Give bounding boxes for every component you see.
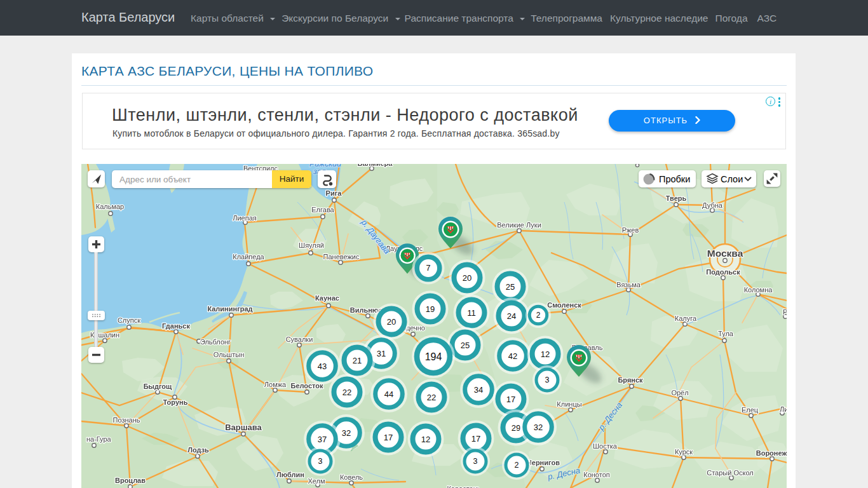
- svg-text:Липе: Липе: [780, 405, 787, 413]
- svg-text:37: 37: [318, 435, 327, 444]
- svg-text:Варшава: Варшава: [225, 423, 262, 432]
- svg-text:Брянск: Брянск: [618, 376, 643, 384]
- svg-text:22: 22: [427, 393, 436, 402]
- svg-text:Паневежис: Паневежис: [323, 253, 360, 261]
- svg-text:3: 3: [473, 457, 478, 466]
- svg-text:17: 17: [384, 433, 393, 442]
- svg-text:Люблин: Люблин: [276, 471, 304, 478]
- svg-text:7: 7: [426, 264, 431, 273]
- svg-text:Ковель: Ковель: [340, 473, 363, 481]
- svg-text:Курск: Курск: [675, 448, 693, 456]
- svg-text:Елгава: Елгава: [311, 206, 334, 214]
- svg-text:Ольштын: Ольштын: [214, 351, 244, 358]
- svg-text:12: 12: [541, 349, 550, 359]
- svg-text:2: 2: [515, 461, 519, 470]
- svg-text:Калининград: Калининград: [207, 305, 252, 313]
- svg-text:32: 32: [342, 428, 351, 438]
- svg-text:Смоленск: Смоленск: [547, 301, 581, 309]
- svg-text:Чернигов: Чернигов: [527, 459, 560, 466]
- svg-text:Сувалки: Сувалки: [286, 336, 313, 343]
- svg-text:Шостка: Шостка: [593, 442, 618, 450]
- svg-text:20: 20: [463, 273, 471, 283]
- svg-text:Ряз: Ряз: [783, 308, 787, 316]
- svg-text:17: 17: [471, 434, 480, 444]
- svg-text:Быдгощ: Быдгощ: [144, 383, 172, 390]
- svg-text:Гданьск: Гданьск: [162, 322, 190, 330]
- svg-text:Орёл: Орёл: [671, 389, 688, 396]
- svg-text:43: 43: [318, 362, 327, 371]
- svg-text:Лиепая: Лиепая: [233, 214, 257, 222]
- svg-text:Дубна: Дубна: [702, 201, 723, 209]
- svg-text:на-Гура: на-Гура: [86, 435, 112, 443]
- svg-text:Вязьма: Вязьма: [616, 281, 641, 288]
- svg-text:31: 31: [377, 349, 386, 358]
- svg-text:Валмиера: Валмиера: [358, 164, 393, 167]
- svg-text:Коростень: Коростень: [447, 485, 480, 488]
- svg-text:20: 20: [387, 317, 396, 327]
- svg-text:Тверь: Тверь: [666, 194, 687, 202]
- svg-text:44: 44: [384, 390, 393, 399]
- svg-text:24: 24: [507, 311, 516, 321]
- svg-text:42: 42: [508, 351, 517, 361]
- svg-text:Калуга: Калуга: [675, 315, 697, 322]
- svg-text:3: 3: [318, 457, 323, 466]
- svg-text:Вроцлав: Вроцлав: [115, 477, 146, 484]
- svg-text:Ржев: Ржев: [622, 226, 639, 234]
- svg-text:34: 34: [474, 385, 483, 395]
- svg-text:Торунь: Торунь: [163, 398, 188, 406]
- svg-text:Старый Оскол: Старый Оскол: [707, 469, 754, 477]
- svg-text:Воронеж: Воронеж: [756, 449, 787, 457]
- svg-text:Эльблонг: Эльблонг: [200, 338, 231, 346]
- svg-text:19: 19: [426, 304, 435, 314]
- svg-text:Лодзь: Лодзь: [187, 446, 209, 454]
- svg-text:Кальмар: Кальмар: [96, 203, 124, 210]
- svg-text:Коломна: Коломна: [744, 286, 773, 294]
- svg-text:25: 25: [506, 282, 515, 292]
- svg-text:Подольск: Подольск: [706, 268, 740, 276]
- svg-text:Слупск: Слупск: [118, 316, 140, 324]
- svg-text:25: 25: [461, 341, 470, 350]
- svg-text:12: 12: [421, 435, 430, 444]
- svg-text:2: 2: [536, 311, 541, 320]
- svg-text:21: 21: [353, 356, 362, 365]
- svg-text:32: 32: [534, 423, 543, 432]
- svg-text:11: 11: [467, 308, 476, 318]
- svg-text:Тула: Тула: [718, 330, 734, 337]
- svg-text:Великие Луки: Великие Луки: [497, 221, 541, 229]
- svg-text:Клайпеда: Клайпеда: [233, 253, 264, 261]
- svg-text:Елец: Елец: [742, 406, 759, 414]
- svg-text:Познань: Познань: [113, 416, 140, 424]
- svg-text:Клинцы: Клинцы: [557, 400, 581, 408]
- svg-text:Конотоп: Конотоп: [583, 471, 610, 478]
- svg-text:17: 17: [506, 395, 515, 404]
- svg-text:Каунас: Каунас: [315, 294, 339, 302]
- svg-text:Хелм: Хелм: [308, 477, 325, 485]
- svg-text:194: 194: [425, 351, 442, 362]
- svg-text:22: 22: [342, 388, 351, 397]
- svg-text:Рига: Рига: [326, 189, 342, 197]
- svg-text:Ломжа: Ломжа: [264, 381, 287, 388]
- svg-text:Москва: Москва: [707, 248, 743, 259]
- svg-text:29: 29: [512, 423, 520, 433]
- svg-text:Шяуляй: Шяуляй: [299, 241, 324, 249]
- svg-text:3: 3: [545, 376, 550, 384]
